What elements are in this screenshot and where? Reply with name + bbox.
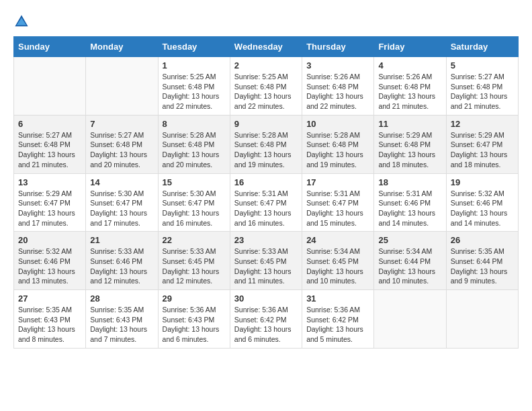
- calendar-day-cell: 20Sunrise: 5:32 AM Sunset: 6:46 PM Dayli…: [14, 232, 86, 290]
- day-info: Sunrise: 5:32 AM Sunset: 6:46 PM Dayligh…: [18, 246, 81, 286]
- calendar-day-cell: [14, 57, 86, 116]
- day-number: 1: [163, 60, 226, 71]
- day-info: Sunrise: 5:36 AM Sunset: 6:42 PM Dayligh…: [306, 305, 369, 345]
- day-number: 19: [451, 177, 514, 187]
- day-number: 4: [378, 60, 441, 71]
- day-info: Sunrise: 5:32 AM Sunset: 6:46 PM Dayligh…: [451, 189, 514, 228]
- day-number: 31: [306, 293, 369, 304]
- day-number: 23: [234, 235, 298, 245]
- day-number: 30: [234, 293, 298, 304]
- calendar-day-cell: 2Sunrise: 5:25 AM Sunset: 6:48 PM Daylig…: [230, 57, 302, 116]
- day-number: 8: [163, 119, 226, 129]
- day-info: Sunrise: 5:27 AM Sunset: 6:48 PM Dayligh…: [90, 130, 153, 170]
- logo: [13, 13, 32, 30]
- day-info: Sunrise: 5:33 AM Sunset: 6:45 PM Dayligh…: [234, 246, 298, 286]
- calendar-week-row: 13Sunrise: 5:29 AM Sunset: 6:47 PM Dayli…: [14, 173, 519, 232]
- col-header-sunday: Sunday: [14, 37, 86, 57]
- day-number: 13: [18, 177, 81, 187]
- day-info: Sunrise: 5:30 AM Sunset: 6:47 PM Dayligh…: [163, 189, 226, 228]
- calendar-day-cell: 16Sunrise: 5:31 AM Sunset: 6:47 PM Dayli…: [230, 173, 302, 232]
- calendar-day-cell: 27Sunrise: 5:35 AM Sunset: 6:43 PM Dayli…: [14, 290, 86, 349]
- day-number: 25: [378, 235, 441, 245]
- day-number: 9: [234, 119, 298, 129]
- day-info: Sunrise: 5:27 AM Sunset: 6:48 PM Dayligh…: [451, 72, 514, 111]
- day-info: Sunrise: 5:27 AM Sunset: 6:48 PM Dayligh…: [18, 130, 81, 170]
- day-info: Sunrise: 5:31 AM Sunset: 6:46 PM Dayligh…: [378, 189, 441, 228]
- day-info: Sunrise: 5:29 AM Sunset: 6:48 PM Dayligh…: [378, 130, 441, 170]
- day-number: 24: [306, 235, 369, 245]
- calendar-day-cell: 21Sunrise: 5:33 AM Sunset: 6:46 PM Dayli…: [86, 232, 158, 290]
- day-number: 10: [306, 119, 369, 129]
- calendar-header-row: SundayMondayTuesdayWednesdayThursdayFrid…: [14, 37, 519, 57]
- calendar-day-cell: 8Sunrise: 5:28 AM Sunset: 6:48 PM Daylig…: [158, 115, 230, 173]
- day-number: 26: [451, 235, 514, 245]
- day-info: Sunrise: 5:35 AM Sunset: 6:44 PM Dayligh…: [451, 246, 514, 286]
- calendar-day-cell: 1Sunrise: 5:25 AM Sunset: 6:48 PM Daylig…: [158, 57, 230, 116]
- day-number: 27: [18, 293, 81, 304]
- day-number: 22: [163, 235, 226, 245]
- day-info: Sunrise: 5:25 AM Sunset: 6:48 PM Dayligh…: [234, 72, 298, 111]
- day-number: 28: [90, 293, 153, 304]
- day-number: 3: [306, 60, 369, 71]
- col-header-monday: Monday: [86, 37, 158, 57]
- day-info: Sunrise: 5:35 AM Sunset: 6:43 PM Dayligh…: [90, 305, 153, 345]
- col-header-thursday: Thursday: [302, 37, 374, 57]
- calendar-day-cell: [446, 290, 518, 349]
- calendar-day-cell: 13Sunrise: 5:29 AM Sunset: 6:47 PM Dayli…: [14, 173, 86, 232]
- day-number: 18: [378, 177, 441, 187]
- day-info: Sunrise: 5:34 AM Sunset: 6:44 PM Dayligh…: [378, 246, 441, 286]
- day-number: 29: [163, 293, 226, 304]
- day-number: 11: [378, 119, 441, 129]
- day-info: Sunrise: 5:35 AM Sunset: 6:43 PM Dayligh…: [18, 305, 81, 345]
- calendar-day-cell: 3Sunrise: 5:26 AM Sunset: 6:48 PM Daylig…: [302, 57, 374, 116]
- day-info: Sunrise: 5:33 AM Sunset: 6:46 PM Dayligh…: [90, 246, 153, 286]
- day-info: Sunrise: 5:31 AM Sunset: 6:47 PM Dayligh…: [234, 189, 298, 228]
- calendar-day-cell: 9Sunrise: 5:28 AM Sunset: 6:48 PM Daylig…: [230, 115, 302, 173]
- calendar-day-cell: 10Sunrise: 5:28 AM Sunset: 6:48 PM Dayli…: [302, 115, 374, 173]
- day-number: 20: [18, 235, 81, 245]
- calendar-day-cell: 6Sunrise: 5:27 AM Sunset: 6:48 PM Daylig…: [14, 115, 86, 173]
- calendar-week-row: 27Sunrise: 5:35 AM Sunset: 6:43 PM Dayli…: [14, 290, 519, 349]
- calendar-day-cell: 15Sunrise: 5:30 AM Sunset: 6:47 PM Dayli…: [158, 173, 230, 232]
- day-number: 17: [306, 177, 369, 187]
- calendar-day-cell: 5Sunrise: 5:27 AM Sunset: 6:48 PM Daylig…: [446, 57, 518, 116]
- day-number: 5: [451, 60, 514, 71]
- calendar-day-cell: 30Sunrise: 5:36 AM Sunset: 6:42 PM Dayli…: [230, 290, 302, 349]
- calendar-day-cell: 22Sunrise: 5:33 AM Sunset: 6:45 PM Dayli…: [158, 232, 230, 290]
- day-info: Sunrise: 5:36 AM Sunset: 6:42 PM Dayligh…: [234, 305, 298, 345]
- col-header-tuesday: Tuesday: [158, 37, 230, 57]
- col-header-friday: Friday: [374, 37, 446, 57]
- calendar-week-row: 20Sunrise: 5:32 AM Sunset: 6:46 PM Dayli…: [14, 232, 519, 290]
- day-number: 14: [90, 177, 153, 187]
- calendar-day-cell: 31Sunrise: 5:36 AM Sunset: 6:42 PM Dayli…: [302, 290, 374, 349]
- day-info: Sunrise: 5:30 AM Sunset: 6:47 PM Dayligh…: [90, 189, 153, 228]
- calendar-day-cell: [86, 57, 158, 116]
- logo-icon: [13, 13, 30, 30]
- calendar-day-cell: 12Sunrise: 5:29 AM Sunset: 6:47 PM Dayli…: [446, 115, 518, 173]
- day-info: Sunrise: 5:31 AM Sunset: 6:47 PM Dayligh…: [306, 189, 369, 228]
- day-info: Sunrise: 5:29 AM Sunset: 6:47 PM Dayligh…: [451, 130, 514, 170]
- day-info: Sunrise: 5:25 AM Sunset: 6:48 PM Dayligh…: [163, 72, 226, 111]
- calendar-day-cell: 24Sunrise: 5:34 AM Sunset: 6:45 PM Dayli…: [302, 232, 374, 290]
- day-number: 16: [234, 177, 298, 187]
- day-info: Sunrise: 5:29 AM Sunset: 6:47 PM Dayligh…: [18, 189, 81, 228]
- day-number: 15: [163, 177, 226, 187]
- day-info: Sunrise: 5:36 AM Sunset: 6:43 PM Dayligh…: [163, 305, 226, 345]
- day-number: 6: [18, 119, 81, 129]
- col-header-wednesday: Wednesday: [230, 37, 302, 57]
- page-header: [13, 13, 519, 30]
- day-number: 21: [90, 235, 153, 245]
- day-info: Sunrise: 5:33 AM Sunset: 6:45 PM Dayligh…: [163, 246, 226, 286]
- calendar-day-cell: 17Sunrise: 5:31 AM Sunset: 6:47 PM Dayli…: [302, 173, 374, 232]
- day-number: 7: [90, 119, 153, 129]
- calendar-day-cell: 4Sunrise: 5:26 AM Sunset: 6:48 PM Daylig…: [374, 57, 446, 116]
- calendar-day-cell: 28Sunrise: 5:35 AM Sunset: 6:43 PM Dayli…: [86, 290, 158, 349]
- calendar-week-row: 1Sunrise: 5:25 AM Sunset: 6:48 PM Daylig…: [14, 57, 519, 116]
- calendar-week-row: 6Sunrise: 5:27 AM Sunset: 6:48 PM Daylig…: [14, 115, 519, 173]
- calendar-day-cell: 23Sunrise: 5:33 AM Sunset: 6:45 PM Dayli…: [230, 232, 302, 290]
- col-header-saturday: Saturday: [446, 37, 518, 57]
- calendar-day-cell: 14Sunrise: 5:30 AM Sunset: 6:47 PM Dayli…: [86, 173, 158, 232]
- calendar-table: SundayMondayTuesdayWednesdayThursdayFrid…: [13, 36, 519, 349]
- calendar-day-cell: 26Sunrise: 5:35 AM Sunset: 6:44 PM Dayli…: [446, 232, 518, 290]
- day-number: 2: [234, 60, 298, 71]
